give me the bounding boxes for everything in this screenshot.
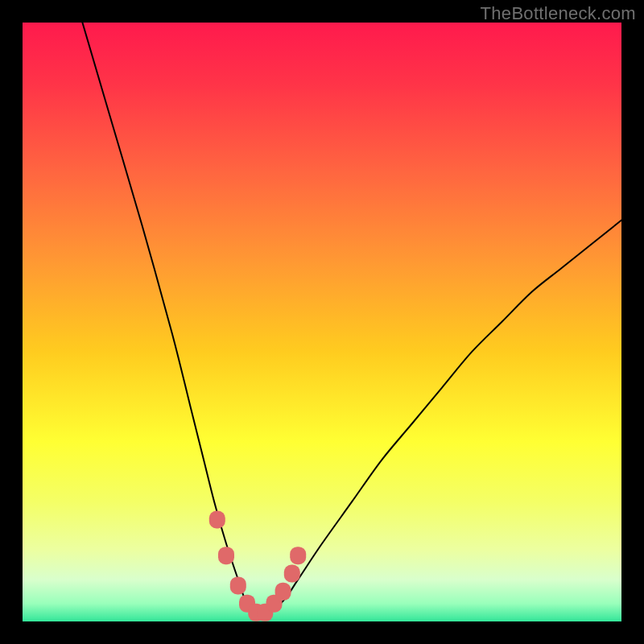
marker-point [275, 583, 291, 601]
marker-point [284, 565, 300, 583]
marker-point [209, 511, 225, 529]
marker-point [230, 576, 246, 594]
bottleneck-curve [82, 23, 621, 617]
highlight-markers [209, 511, 306, 621]
curve-layer [23, 23, 621, 621]
watermark-text: TheBottleneck.com [481, 3, 636, 24]
marker-point [290, 547, 306, 564]
marker-point [218, 547, 234, 564]
chart-frame: TheBottleneck.com [0, 0, 644, 644]
plot-area [23, 23, 621, 621]
